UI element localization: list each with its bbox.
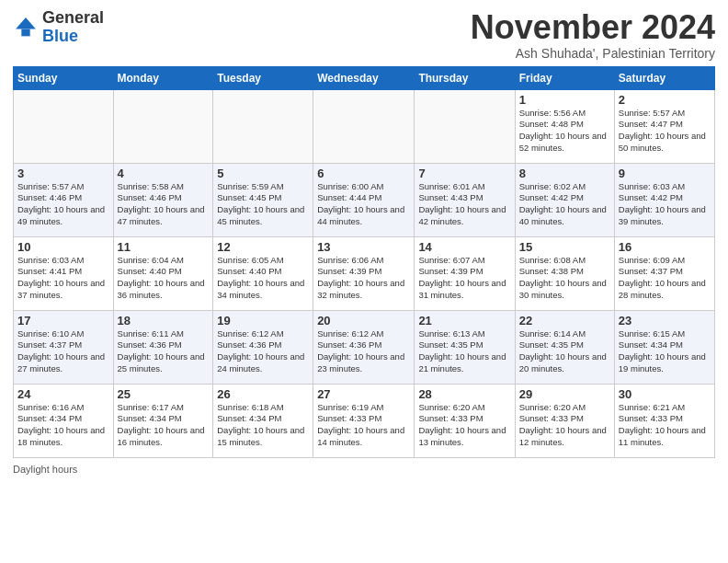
calendar-cell: 16Sunrise: 6:09 AM Sunset: 4:37 PM Dayli… <box>614 236 714 310</box>
weekday-header-friday: Friday <box>515 66 614 89</box>
day-number: 19 <box>217 314 309 327</box>
svg-rect-1 <box>21 29 29 36</box>
calendar-cell: 24Sunrise: 6:16 AM Sunset: 4:34 PM Dayli… <box>14 384 114 457</box>
day-number: 2 <box>619 93 711 107</box>
month-title: November 2024 <box>471 9 715 46</box>
calendar-cell <box>113 89 213 163</box>
day-number: 1 <box>519 93 610 107</box>
day-info: Sunrise: 6:15 AM Sunset: 4:34 PM Dayligh… <box>619 328 711 375</box>
day-number: 16 <box>619 240 711 254</box>
day-info: Sunrise: 5:57 AM Sunset: 4:46 PM Dayligh… <box>17 181 109 228</box>
day-info: Sunrise: 5:58 AM Sunset: 4:46 PM Dayligh… <box>118 181 210 228</box>
day-number: 15 <box>519 240 610 254</box>
day-info: Sunrise: 5:57 AM Sunset: 4:47 PM Dayligh… <box>619 108 711 155</box>
day-info: Sunrise: 6:06 AM Sunset: 4:39 PM Dayligh… <box>317 255 410 302</box>
title-block: November 2024 Ash Shuhada', Palestinian … <box>471 9 715 61</box>
weekday-header-thursday: Thursday <box>415 66 515 89</box>
calendar-cell: 20Sunrise: 6:12 AM Sunset: 4:36 PM Dayli… <box>313 310 415 384</box>
calendar-cell: 25Sunrise: 6:17 AM Sunset: 4:34 PM Dayli… <box>113 384 213 457</box>
weekday-header-tuesday: Tuesday <box>213 66 313 89</box>
day-number: 22 <box>519 314 610 327</box>
calendar-week-5: 24Sunrise: 6:16 AM Sunset: 4:34 PM Dayli… <box>14 384 715 457</box>
calendar-week-1: 1Sunrise: 5:56 AM Sunset: 4:48 PM Daylig… <box>14 89 715 163</box>
calendar-cell: 14Sunrise: 6:07 AM Sunset: 4:39 PM Dayli… <box>415 236 515 310</box>
calendar-cell: 2Sunrise: 5:57 AM Sunset: 4:47 PM Daylig… <box>614 89 714 163</box>
day-info: Sunrise: 6:18 AM Sunset: 4:34 PM Dayligh… <box>217 402 309 449</box>
day-number: 30 <box>619 387 711 401</box>
calendar-cell: 17Sunrise: 6:10 AM Sunset: 4:37 PM Dayli… <box>14 310 114 384</box>
day-number: 12 <box>217 240 309 254</box>
day-info: Sunrise: 6:14 AM Sunset: 4:35 PM Dayligh… <box>519 328 610 375</box>
weekday-header-row: SundayMondayTuesdayWednesdayThursdayFrid… <box>14 66 715 89</box>
day-number: 26 <box>217 387 309 401</box>
day-info: Sunrise: 6:04 AM Sunset: 4:40 PM Dayligh… <box>118 255 210 302</box>
calendar-body: 1Sunrise: 5:56 AM Sunset: 4:48 PM Daylig… <box>14 89 715 457</box>
page: General Blue November 2024 Ash Shuhada',… <box>0 0 728 563</box>
day-info: Sunrise: 5:59 AM Sunset: 4:45 PM Dayligh… <box>217 181 309 228</box>
calendar-cell: 5Sunrise: 5:59 AM Sunset: 4:45 PM Daylig… <box>213 163 313 236</box>
calendar-cell: 21Sunrise: 6:13 AM Sunset: 4:35 PM Dayli… <box>415 310 515 384</box>
daylight-label: Daylight hours <box>13 464 77 475</box>
day-info: Sunrise: 6:21 AM Sunset: 4:33 PM Dayligh… <box>619 402 711 449</box>
day-number: 14 <box>418 240 510 254</box>
svg-marker-0 <box>16 17 36 29</box>
day-number: 29 <box>519 387 610 401</box>
calendar-cell: 1Sunrise: 5:56 AM Sunset: 4:48 PM Daylig… <box>515 89 614 163</box>
calendar-cell: 12Sunrise: 6:05 AM Sunset: 4:40 PM Dayli… <box>213 236 313 310</box>
day-number: 21 <box>418 314 510 327</box>
calendar-week-3: 10Sunrise: 6:03 AM Sunset: 4:41 PM Dayli… <box>14 236 715 310</box>
day-info: Sunrise: 6:08 AM Sunset: 4:38 PM Dayligh… <box>519 255 610 302</box>
calendar-week-2: 3Sunrise: 5:57 AM Sunset: 4:46 PM Daylig… <box>14 163 715 236</box>
calendar-cell: 6Sunrise: 6:00 AM Sunset: 4:44 PM Daylig… <box>313 163 415 236</box>
logo-blue: Blue <box>42 28 104 46</box>
day-info: Sunrise: 6:16 AM Sunset: 4:34 PM Dayligh… <box>17 402 109 449</box>
calendar-cell <box>313 89 415 163</box>
day-number: 25 <box>118 387 210 401</box>
calendar-cell: 11Sunrise: 6:04 AM Sunset: 4:40 PM Dayli… <box>113 236 213 310</box>
day-info: Sunrise: 6:12 AM Sunset: 4:36 PM Dayligh… <box>217 328 309 375</box>
calendar-cell: 29Sunrise: 6:20 AM Sunset: 4:33 PM Dayli… <box>515 384 614 457</box>
day-info: Sunrise: 6:03 AM Sunset: 4:41 PM Dayligh… <box>17 255 109 302</box>
footer: Daylight hours <box>13 464 715 475</box>
day-info: Sunrise: 6:13 AM Sunset: 4:35 PM Dayligh… <box>418 328 510 375</box>
day-info: Sunrise: 6:03 AM Sunset: 4:42 PM Dayligh… <box>619 181 711 228</box>
calendar-cell: 30Sunrise: 6:21 AM Sunset: 4:33 PM Dayli… <box>614 384 714 457</box>
day-number: 23 <box>619 314 711 327</box>
day-number: 18 <box>118 314 210 327</box>
day-number: 28 <box>418 387 510 401</box>
calendar-cell: 28Sunrise: 6:20 AM Sunset: 4:33 PM Dayli… <box>415 384 515 457</box>
day-number: 27 <box>317 387 410 401</box>
day-number: 20 <box>317 314 410 327</box>
day-info: Sunrise: 6:05 AM Sunset: 4:40 PM Dayligh… <box>217 255 309 302</box>
weekday-header-sunday: Sunday <box>14 66 114 89</box>
day-info: Sunrise: 6:12 AM Sunset: 4:36 PM Dayligh… <box>317 328 410 375</box>
day-number: 13 <box>317 240 410 254</box>
day-number: 8 <box>519 167 610 180</box>
day-info: Sunrise: 5:56 AM Sunset: 4:48 PM Dayligh… <box>519 108 610 155</box>
calendar-cell: 19Sunrise: 6:12 AM Sunset: 4:36 PM Dayli… <box>213 310 313 384</box>
calendar-cell: 3Sunrise: 5:57 AM Sunset: 4:46 PM Daylig… <box>14 163 114 236</box>
calendar-cell <box>213 89 313 163</box>
calendar-cell: 26Sunrise: 6:18 AM Sunset: 4:34 PM Dayli… <box>213 384 313 457</box>
calendar-cell: 7Sunrise: 6:01 AM Sunset: 4:43 PM Daylig… <box>415 163 515 236</box>
calendar-cell: 15Sunrise: 6:08 AM Sunset: 4:38 PM Dayli… <box>515 236 614 310</box>
day-info: Sunrise: 6:10 AM Sunset: 4:37 PM Dayligh… <box>17 328 109 375</box>
day-info: Sunrise: 6:07 AM Sunset: 4:39 PM Dayligh… <box>418 255 510 302</box>
calendar-cell: 4Sunrise: 5:58 AM Sunset: 4:46 PM Daylig… <box>113 163 213 236</box>
day-number: 4 <box>118 167 210 180</box>
day-info: Sunrise: 6:17 AM Sunset: 4:34 PM Dayligh… <box>118 402 210 449</box>
calendar-cell: 23Sunrise: 6:15 AM Sunset: 4:34 PM Dayli… <box>614 310 714 384</box>
day-number: 9 <box>619 167 711 180</box>
day-number: 7 <box>418 167 510 180</box>
weekday-header-wednesday: Wednesday <box>313 66 415 89</box>
calendar-table: SundayMondayTuesdayWednesdayThursdayFrid… <box>13 66 715 458</box>
day-info: Sunrise: 6:20 AM Sunset: 4:33 PM Dayligh… <box>418 402 510 449</box>
day-number: 3 <box>17 167 109 180</box>
calendar-cell: 8Sunrise: 6:02 AM Sunset: 4:42 PM Daylig… <box>515 163 614 236</box>
logo-text: General Blue <box>42 9 104 46</box>
day-number: 24 <box>17 387 109 401</box>
calendar-cell: 27Sunrise: 6:19 AM Sunset: 4:33 PM Dayli… <box>313 384 415 457</box>
day-info: Sunrise: 6:00 AM Sunset: 4:44 PM Dayligh… <box>317 181 410 228</box>
calendar-cell <box>14 89 114 163</box>
day-info: Sunrise: 6:02 AM Sunset: 4:42 PM Dayligh… <box>519 181 610 228</box>
